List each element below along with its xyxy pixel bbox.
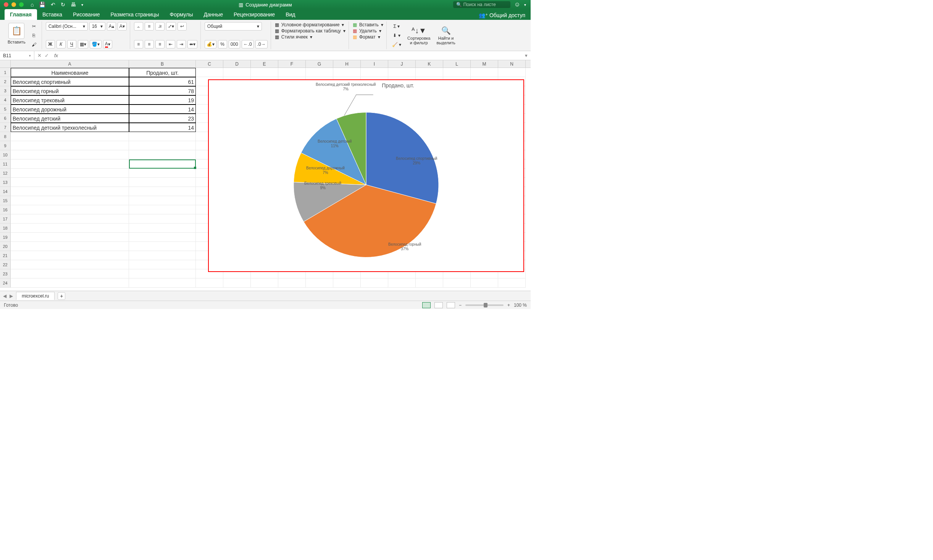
- minimize-window-button[interactable]: [11, 2, 16, 7]
- cell[interactable]: [11, 233, 129, 242]
- row-header[interactable]: 3: [0, 86, 11, 95]
- row-header[interactable]: 11: [0, 159, 11, 169]
- column-header[interactable]: B: [129, 60, 196, 68]
- cell[interactable]: [416, 278, 443, 288]
- cell[interactable]: [11, 224, 129, 233]
- row-header[interactable]: 14: [0, 187, 11, 196]
- cell[interactable]: Велосипед горный: [11, 86, 129, 95]
- cell[interactable]: [306, 278, 333, 288]
- cell[interactable]: [11, 169, 129, 178]
- cell[interactable]: [196, 68, 223, 77]
- column-header[interactable]: M: [471, 60, 498, 68]
- tab-data[interactable]: Данные: [198, 9, 228, 20]
- row-header[interactable]: 2: [0, 77, 11, 86]
- cell[interactable]: [11, 269, 129, 278]
- cell[interactable]: [471, 278, 498, 288]
- tab-insert[interactable]: Вставка: [37, 9, 68, 20]
- zoom-out-button[interactable]: −: [459, 303, 462, 308]
- cell[interactable]: [11, 205, 129, 214]
- row-header[interactable]: 20: [0, 242, 11, 251]
- column-header[interactable]: F: [278, 60, 306, 68]
- row-header[interactable]: 8: [0, 132, 11, 141]
- align-middle-button[interactable]: ≡: [145, 22, 154, 31]
- cell[interactable]: [129, 260, 196, 269]
- cell[interactable]: [129, 214, 196, 224]
- cell[interactable]: Наименование: [11, 68, 129, 77]
- row-header[interactable]: 23: [0, 269, 11, 278]
- cell[interactable]: [443, 278, 471, 288]
- page-break-view-button[interactable]: [447, 302, 455, 308]
- increase-font-button[interactable]: A▴: [107, 22, 116, 31]
- cell[interactable]: [361, 278, 388, 288]
- font-color-button[interactable]: A▾: [103, 40, 112, 48]
- cell[interactable]: [11, 150, 129, 159]
- tab-view[interactable]: Вид: [280, 9, 300, 20]
- cell[interactable]: 14: [129, 105, 196, 114]
- expand-formula-bar-icon[interactable]: ▾: [525, 53, 528, 58]
- cell[interactable]: [223, 68, 251, 77]
- chart-object[interactable]: Продано, шт. Велосипед спортивный29%Вело…: [208, 79, 524, 272]
- sort-filter-button[interactable]: ᴬ↓▼ Сортировка и фильтр: [406, 25, 432, 46]
- format-as-table-button[interactable]: ▦Форматировать как таблицу ▾: [275, 28, 345, 34]
- row-header[interactable]: 10: [0, 150, 11, 159]
- titlebar-dropdown-icon[interactable]: ▾: [524, 3, 526, 7]
- maximize-window-button[interactable]: [19, 2, 24, 7]
- cell[interactable]: 23: [129, 114, 196, 123]
- number-format-select[interactable]: Общий▾: [205, 22, 262, 31]
- cell[interactable]: [11, 260, 129, 269]
- cell[interactable]: Велосипед трековый: [11, 95, 129, 105]
- save-icon[interactable]: 💾: [39, 2, 45, 8]
- column-header[interactable]: E: [251, 60, 278, 68]
- cell-styles-button[interactable]: ▦Стили ячеек ▾: [275, 34, 345, 40]
- home-icon[interactable]: ⌂: [31, 2, 34, 8]
- cell[interactable]: [129, 205, 196, 214]
- align-center-button[interactable]: ≡: [145, 40, 154, 48]
- cell[interactable]: [388, 68, 416, 77]
- cell[interactable]: 78: [129, 86, 196, 95]
- zoom-slider[interactable]: [465, 304, 504, 306]
- cell[interactable]: Продано, шт.: [129, 68, 196, 77]
- row-header[interactable]: 15: [0, 196, 11, 205]
- search-input[interactable]: 🔍 Поиск на листе: [453, 1, 510, 8]
- cell[interactable]: [278, 68, 306, 77]
- font-size-select[interactable]: 16▾: [89, 22, 105, 31]
- tab-review[interactable]: Рецензирование: [228, 9, 280, 20]
- format-painter-button[interactable]: 🖌: [29, 40, 39, 49]
- add-sheet-button[interactable]: +: [58, 292, 65, 300]
- row-header[interactable]: 18: [0, 224, 11, 233]
- row-header[interactable]: 21: [0, 251, 11, 260]
- cell[interactable]: [278, 278, 306, 288]
- cell[interactable]: [129, 269, 196, 278]
- cell[interactable]: Велосипед детский трехколесный: [11, 123, 129, 132]
- increase-indent-button[interactable]: ⇥: [177, 40, 186, 48]
- cell[interactable]: [498, 278, 526, 288]
- select-all-corner[interactable]: [0, 60, 11, 68]
- cell[interactable]: [251, 278, 278, 288]
- row-header[interactable]: 13: [0, 178, 11, 187]
- cell[interactable]: [11, 132, 129, 141]
- row-header[interactable]: 16: [0, 205, 11, 214]
- sheet-nav-prev[interactable]: ◀: [3, 293, 6, 299]
- accept-formula-icon[interactable]: ✓: [45, 53, 49, 58]
- cell[interactable]: [129, 169, 196, 178]
- cell[interactable]: 61: [129, 77, 196, 86]
- page-layout-view-button[interactable]: [434, 302, 443, 308]
- tab-page-layout[interactable]: Разметка страницы: [105, 9, 165, 20]
- cell[interactable]: [11, 278, 129, 288]
- cell[interactable]: [11, 196, 129, 205]
- cell[interactable]: [333, 68, 361, 77]
- increase-decimal-button[interactable]: ←.0: [242, 40, 254, 48]
- row-header[interactable]: 19: [0, 233, 11, 242]
- bold-button[interactable]: Ж: [46, 40, 55, 48]
- cell[interactable]: [11, 214, 129, 224]
- cell[interactable]: [129, 187, 196, 196]
- cell[interactable]: [129, 251, 196, 260]
- column-header[interactable]: J: [388, 60, 416, 68]
- cell[interactable]: [129, 159, 196, 169]
- align-bottom-button[interactable]: ⫡: [155, 22, 165, 31]
- cell[interactable]: [498, 68, 526, 77]
- print-icon[interactable]: 🖶: [71, 2, 76, 8]
- feedback-icon[interactable]: ☺: [514, 1, 520, 8]
- conditional-formatting-button[interactable]: ▦Условное форматирование ▾: [275, 22, 345, 27]
- cell[interactable]: Велосипед спортивный: [11, 77, 129, 86]
